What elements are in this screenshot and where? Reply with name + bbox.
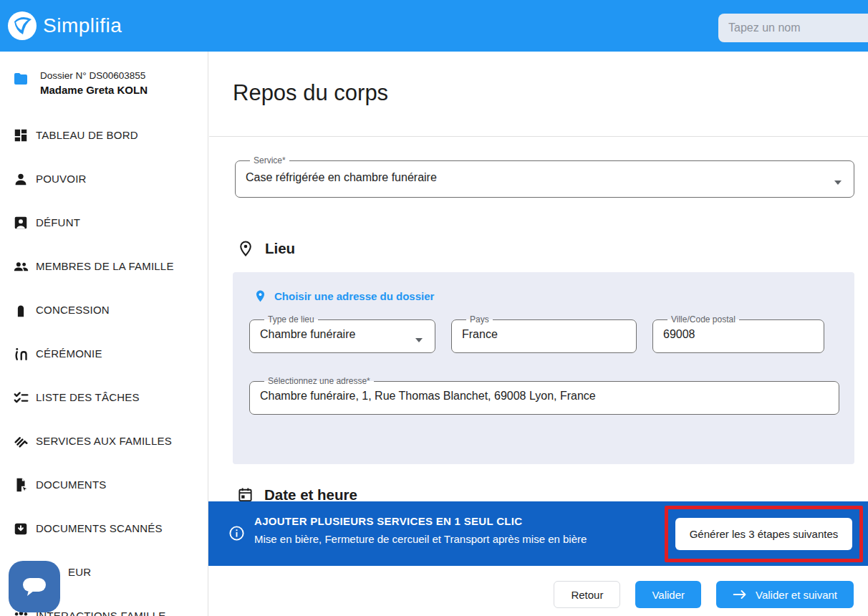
- location-pin-filled-icon: [254, 288, 267, 304]
- chat-widget-button[interactable]: [9, 561, 60, 612]
- lieu-section-title: Lieu: [265, 240, 295, 257]
- tombstone-icon: [12, 302, 29, 319]
- sidebar-item-label: DOCUMENTS: [36, 478, 106, 491]
- red-highlight-box: Générer les 3 étapes suivantes: [665, 506, 863, 562]
- banner-title: AJOUTER PLUSIEURS SERVICES EN 1 SEUL CLI…: [254, 515, 587, 527]
- service-select[interactable]: Service* Case réfrigérée en chambre funé…: [235, 156, 854, 198]
- dossier-number: Dossier N° DS00603855: [40, 70, 148, 81]
- archive-icon: [12, 520, 29, 537]
- brand-logo[interactable]: Simplifia: [7, 11, 122, 41]
- sidebar-item-label: MEMBRES DE LA FAMILLE: [36, 260, 174, 272]
- banner-subtitle: Mise en bière, Fermeture de cercueil et …: [254, 533, 587, 545]
- sidebar-item-tableau-de-bord[interactable]: TABLEAU DE BORD: [0, 113, 208, 157]
- sidebar-item-label: CONCESSION: [36, 304, 110, 316]
- location-pin-outline-icon: [237, 239, 254, 258]
- top-bar: Simplifia: [0, 0, 868, 52]
- folder-icon: [11, 70, 30, 87]
- document-icon: [12, 476, 29, 494]
- sidebar-item-label: LISTE DES TÂCHES: [36, 391, 140, 403]
- chevron-down-icon: [834, 181, 842, 185]
- person-icon: [12, 170, 29, 188]
- adresse-select[interactable]: Sélectionnez une adresse* Chambre funéra…: [249, 377, 839, 415]
- ceremony-icon: [12, 345, 29, 362]
- dossier-texts: Dossier N° DS00603855 Madame Greta KOLN: [40, 70, 148, 96]
- promo-banner: AJOUTER PLUSIEURS SERVICES EN 1 SEUL CLI…: [208, 501, 868, 566]
- validate-button[interactable]: Valider: [635, 581, 701, 608]
- choose-address-link-label: Choisir une adresse du dossier: [274, 290, 434, 302]
- service-select-value: Case réfrigérée en chambre funéraire: [246, 165, 844, 197]
- service-select-label: Service*: [250, 156, 289, 165]
- search-input[interactable]: [718, 14, 868, 42]
- sidebar-item-ceremonie[interactable]: CÉRÉMONIE: [0, 332, 208, 375]
- sidebar-item-label: POUVOIR: [36, 173, 87, 185]
- type-de-lieu-select[interactable]: Type de lieu Chambre funéraire: [249, 315, 435, 353]
- sidebar: Dossier N° DS00603855 Madame Greta KOLN …: [0, 52, 208, 616]
- simplifia-logo-icon: [7, 11, 37, 41]
- generate-steps-button[interactable]: Générer les 3 étapes suivantes: [675, 518, 852, 550]
- account-box-icon: [12, 214, 29, 231]
- sidebar-item-defunt[interactable]: DÉFUNT: [0, 201, 208, 244]
- brand-name: Simplifia: [43, 14, 122, 37]
- chat-bubble-icon: [20, 574, 49, 599]
- validate-next-button[interactable]: Valider et suivant: [716, 581, 854, 608]
- type-de-lieu-label: Type de lieu: [264, 315, 318, 324]
- sidebar-item-liste-taches[interactable]: LISTE DES TÂCHES: [0, 375, 208, 419]
- pays-value: France: [462, 324, 626, 352]
- sidebar-item-documents[interactable]: DOCUMENTS: [0, 463, 208, 506]
- lieu-section-header: Lieu: [237, 239, 295, 258]
- banner-texts: AJOUTER PLUSIEURS SERVICES EN 1 SEUL CLI…: [254, 515, 587, 545]
- sidebar-item-membres-famille[interactable]: MEMBRES DE LA FAMILLE: [0, 244, 208, 288]
- ville-code-postal-field[interactable]: Ville/Code postal 69008: [652, 315, 824, 353]
- pays-field[interactable]: Pays France: [451, 315, 637, 353]
- sidebar-item-label: DOCUMENTS SCANNÉS: [36, 522, 163, 534]
- sidebar-item-label: DÉFUNT: [36, 216, 80, 228]
- ville-code-postal-value: 69008: [663, 324, 814, 352]
- sidebar-item-services-familles[interactable]: SERVICES AUX FAMILLES: [0, 419, 208, 463]
- dossier-name: Madame Greta KOLN: [40, 84, 148, 96]
- chevron-down-icon: [415, 338, 423, 342]
- handshake-icon: [12, 433, 29, 450]
- ville-code-postal-label: Ville/Code postal: [667, 315, 739, 324]
- date-section-title: Date et heure: [264, 486, 357, 504]
- adresse-label: Sélectionnez une adresse*: [264, 377, 374, 386]
- page-title: Repos du corps: [233, 80, 388, 106]
- sidebar-item-concession[interactable]: CONCESSION: [0, 288, 208, 332]
- sidebar-item-label: EUR: [68, 566, 91, 578]
- people-icon: [12, 258, 29, 275]
- dashboard-icon: [12, 127, 29, 144]
- validate-next-label: Valider et suivant: [756, 589, 837, 601]
- choose-address-link[interactable]: Choisir une adresse du dossier: [254, 288, 434, 304]
- pays-label: Pays: [466, 315, 493, 324]
- type-de-lieu-value: Chambre funéraire: [260, 324, 425, 352]
- checklist-icon: [12, 389, 29, 406]
- info-icon: [228, 525, 245, 542]
- sidebar-item-label: CÉRÉMONIE: [36, 347, 102, 360]
- sidebar-item-documents-scannes[interactable]: DOCUMENTS SCANNÉS: [0, 506, 208, 550]
- sidebar-item-label: SERVICES AUX FAMILLES: [36, 435, 172, 447]
- dossier-header[interactable]: Dossier N° DS00603855 Madame Greta KOLN: [0, 52, 208, 113]
- sidebar-item-pouvoir[interactable]: POUVOIR: [0, 157, 208, 201]
- lieu-panel: Choisir une adresse du dossier Type de l…: [233, 272, 854, 464]
- arrow-right-icon: [733, 589, 747, 600]
- sidebar-item-label: TABLEAU DE BORD: [36, 129, 138, 141]
- sidebar-item-label: INTERACTIONS FAMILLE: [36, 610, 166, 616]
- footer-action-bar: Retour Valider Valider et suivant: [208, 566, 868, 616]
- title-divider: [209, 136, 868, 137]
- app-window: Simplifia Dossier N° DS00603855 Madame G…: [0, 0, 868, 616]
- adresse-value: Chambre funéraire, 1, Rue Thomas Blanche…: [260, 386, 829, 414]
- back-button[interactable]: Retour: [554, 581, 620, 608]
